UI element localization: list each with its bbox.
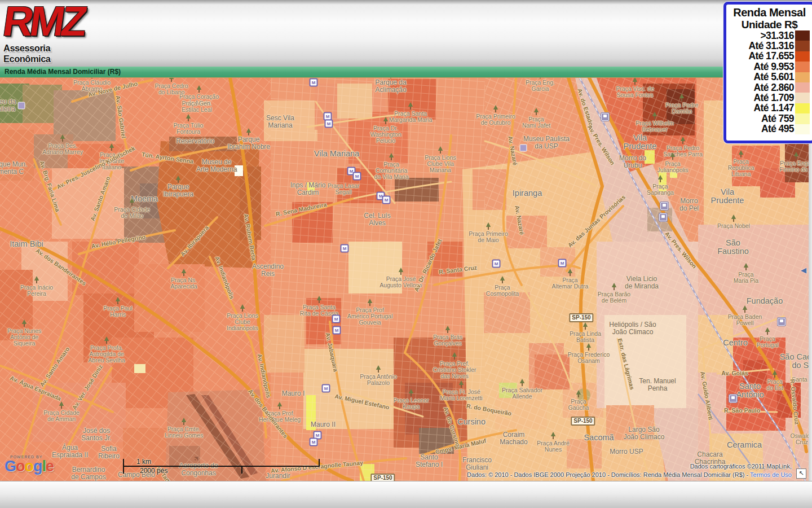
map-label-praca: Praça Lions Clube Vila Mariana — [425, 155, 456, 173]
tree-icon — [519, 379, 525, 386]
map-label-praca: Praça Prof Américo Portugal Gouveia — [347, 307, 393, 326]
map-label-road: Av. Goiás — [721, 370, 748, 376]
map-label-praca: Praça Profa. Astrogilda de Abreu Sevilha — [88, 345, 125, 364]
train-station-icon — [601, 113, 609, 121]
tree-icon — [611, 283, 617, 290]
metro-station-icon: M — [333, 326, 341, 335]
map-label-road: R. São Paulo — [724, 408, 760, 414]
legend-row: Até 759 — [729, 113, 810, 124]
map-label-road: Av. Nazaré — [514, 205, 525, 235]
tree-icon — [772, 370, 778, 378]
tree-icon — [582, 322, 588, 330]
map-label-area: Água Espraiada II — [52, 444, 88, 458]
legend-swatch — [795, 93, 810, 103]
tree-icon — [586, 343, 592, 351]
map-label-praca: Praça Baden Powell — [728, 314, 762, 326]
map-label-praca: Praça Des. Adriano Marrey — [42, 143, 83, 155]
map-label-road: Tún. Ayrton Senna — [141, 151, 193, 165]
legend-swatch — [795, 41, 810, 51]
map-label-praca: Praça Túlio Fontoura — [174, 122, 204, 135]
map-canvas[interactable]: MoemaVila MarianaIpirangaItaim BibiCursi… — [0, 78, 809, 481]
metro-station-icon: M — [341, 244, 349, 253]
map-label-praca: Praça Antônio Palazolo — [360, 374, 396, 386]
map-label-road: R. do Boqueirão — [466, 403, 512, 417]
legend-row: Até 1.147 — [729, 103, 810, 113]
map-label-road: Av. dos Bandeirantes — [34, 247, 87, 287]
museum-icon — [520, 144, 527, 152]
train-station-icon — [659, 213, 667, 221]
map-label-area: Parque da Aclimação — [375, 79, 406, 93]
page-title: Renda Média Mensal Domiciliar (R$) — [0, 67, 812, 77]
tree-icon — [246, 128, 251, 135]
map-label-praca: Praça Paul Harris — [103, 305, 132, 318]
legend-title: Renda Mensal — [729, 6, 810, 19]
map-label-locality: Moema — [131, 195, 158, 203]
legend-swatch — [795, 103, 810, 113]
tree-icon — [632, 78, 638, 85]
map-label-praca: Praça Portugal — [756, 336, 778, 348]
map-label-area: Heliópolis / São João Climaco — [609, 321, 656, 335]
map-label-area: Parque Ibrahim Nobre — [227, 136, 270, 150]
map-label-road: Av. Pres. Wilson — [586, 124, 616, 167]
map-label-road: Av. do Estado — [576, 88, 594, 127]
map-label-area: Mauro II — [311, 421, 336, 428]
train-station-icon — [729, 395, 737, 402]
terms-of-use-link[interactable]: Termos de Uso — [750, 471, 792, 478]
map-label-road: Av. Rubem Berta — [242, 213, 257, 261]
map-label-praca: Praça Comunitária da Vila Maria — [374, 161, 408, 180]
map-label-area: Ascendino Reis — [252, 263, 284, 277]
legend-row: >31.316 — [729, 30, 810, 41]
tree-icon — [60, 134, 65, 142]
tree-icon — [738, 150, 744, 157]
legend-row: Até 495 — [729, 124, 810, 134]
google-letter: G — [5, 458, 16, 475]
tree-icon — [277, 402, 283, 409]
map-label-road: Av. Santo Amaro — [90, 176, 112, 222]
map-label-road: Cmpv. Maria Maluf — [435, 437, 487, 455]
map-label-praca: Praça Pref. Cristiano Stokler das Neves — [433, 361, 476, 379]
attribution-expand-icon[interactable]: ↖ — [796, 468, 806, 479]
legend-swatch — [795, 82, 810, 93]
map-label-area: Inps / Mário Cardim — [290, 182, 326, 196]
map-label-area: Sofia Ribeiro — [98, 445, 120, 459]
tree-icon — [59, 401, 64, 409]
legend-swatch — [795, 62, 810, 72]
map-label-road: Av. São Gabriel — [114, 95, 127, 138]
tree-icon — [104, 336, 109, 344]
map-label-layer: MoemaVila MarianaIpirangaItaim BibiCursi… — [0, 78, 809, 481]
map-label-praca: Praça Linda Batista — [570, 331, 601, 343]
tree-icon — [196, 85, 202, 93]
map-label-area: Morro USP — [610, 448, 643, 456]
map-label-area: Museu da Brasileira — [0, 98, 16, 112]
map-scale-bar: 1 km 2000 pés — [123, 459, 321, 475]
legend-swatch — [795, 72, 810, 82]
map-label-locality: São Caetano do Sul — [780, 353, 809, 370]
tree-icon — [316, 296, 322, 303]
map-label-praca: Praça Lions Clube Indianópolis — [227, 313, 258, 331]
tree-icon — [169, 78, 174, 82]
map-label-road: Av. Hélio Pellegrino — [91, 234, 146, 249]
map-label-praca: Oswaldo Cruz — [791, 433, 809, 445]
legend-row: Até 1.709 — [729, 93, 810, 103]
legend-swatch — [795, 30, 810, 41]
google-logo[interactable]: POWERED BY Google — [5, 455, 54, 474]
legend-panel: Renda Mensal Unidade R$ >31.316Até 31.31… — [723, 2, 812, 143]
metro-station-icon: M — [325, 120, 333, 128]
tree-icon — [408, 389, 414, 396]
map-label-road: R. Sena Madureira — [275, 202, 327, 217]
tree-icon — [240, 304, 245, 312]
metro-station-icon: M — [382, 196, 391, 204]
map-label-praca: Praça Enga. Firmino da S — [779, 160, 809, 173]
google-letter: e — [46, 458, 54, 475]
route-shield: SP-150 — [370, 474, 395, 481]
tree-icon — [34, 276, 39, 283]
google-letter: o — [16, 458, 25, 475]
google-letter: o — [25, 458, 34, 475]
legend-swatch — [795, 51, 810, 62]
map-label-area: Museu de Arte Moderna — [196, 159, 237, 173]
map-label-road: Av. do Cursino — [442, 406, 461, 447]
map-label-road: Av. Jabaquara — [324, 332, 338, 372]
map-label-locality: Vila Prudente — [711, 188, 744, 205]
tree-icon — [742, 305, 748, 313]
pan-left-icon[interactable]: ◀ — [801, 266, 806, 274]
